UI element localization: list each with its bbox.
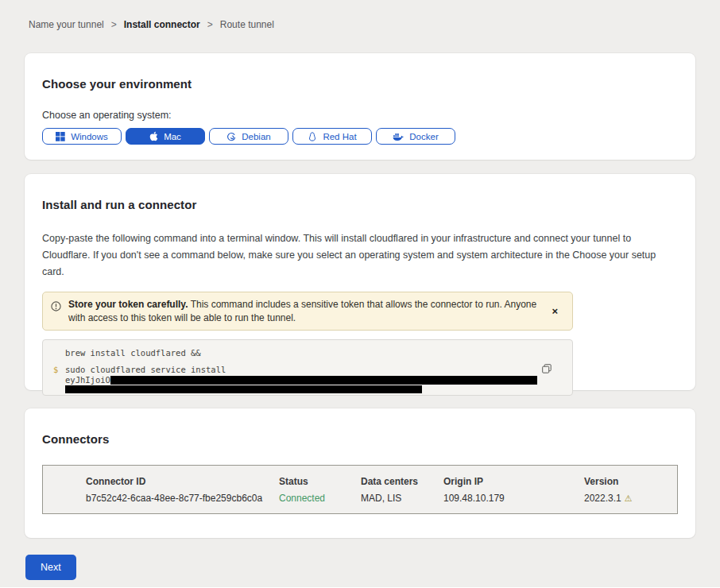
os-button-label: Windows — [71, 132, 108, 141]
breadcrumb-name-your-tunnel[interactable]: Name your tunnel — [29, 19, 104, 30]
alert-circle-icon — [51, 300, 61, 315]
column-version: Version — [584, 476, 677, 487]
token-warning-bold: Store your token carefully. — [68, 299, 188, 310]
os-button-label: Red Hat — [323, 132, 356, 141]
environment-card: Choose your environment Choose an operat… — [25, 53, 695, 160]
redacted-token-bar — [110, 376, 537, 385]
connector-id-value: b7c52c42-6caa-48ee-8c77-fbe259cb6c0a — [86, 493, 279, 504]
column-origin-ip: Origin IP — [443, 476, 584, 487]
connectors-card-title: Connectors — [42, 432, 678, 446]
column-data-centers: Data centers — [361, 476, 443, 487]
shell-prompt: $ — [53, 365, 65, 375]
breadcrumb-separator: > — [111, 19, 117, 30]
breadcrumb-separator: > — [207, 19, 213, 30]
connectors-table: Connector ID Status Data centers Origin … — [42, 465, 678, 514]
os-button-label: Mac — [164, 132, 181, 141]
install-command-codeblock: brew install cloudflared && $ sudo cloud… — [42, 339, 573, 396]
apple-icon — [149, 131, 158, 141]
install-card-title: Install and run a connector — [42, 198, 678, 211]
os-button-label: Docker — [409, 132, 438, 141]
close-icon[interactable]: × — [545, 301, 564, 321]
docker-whale-icon — [393, 132, 404, 141]
os-select-label: Choose an operating system: — [42, 110, 678, 121]
os-button-redhat[interactable]: Red Hat — [292, 128, 372, 145]
os-button-group: Windows Mac Debian Red Hat Docker — [42, 128, 678, 145]
install-connector-card: Install and run a connector Copy-paste t… — [25, 174, 695, 390]
tux-penguin-icon — [308, 132, 317, 141]
breadcrumb-route-tunnel[interactable]: Route tunnel — [220, 19, 274, 30]
redacted-token-bar — [65, 385, 422, 393]
next-button[interactable]: Next — [25, 555, 76, 580]
os-button-debian[interactable]: Debian — [209, 128, 288, 145]
table-row: b7c52c42-6caa-48ee-8c77-fbe259cb6c0a Con… — [86, 493, 677, 504]
os-button-mac[interactable]: Mac — [126, 128, 205, 145]
code-line-1: brew install cloudflared && — [65, 348, 201, 358]
column-status: Status — [279, 476, 361, 487]
data-centers-value: MAD, LIS — [361, 493, 443, 504]
debian-swirl-icon — [226, 132, 236, 141]
token-warning-banner: Store your token carefully. This command… — [42, 292, 573, 331]
gutter-blank — [53, 348, 65, 358]
windows-icon — [56, 132, 65, 141]
connectors-table-header: Connector ID Status Data centers Origin … — [86, 476, 677, 487]
status-badge: Connected — [279, 493, 361, 504]
os-button-docker[interactable]: Docker — [376, 128, 455, 145]
os-button-windows[interactable]: Windows — [42, 128, 122, 145]
token-prefix: eyJhIjoiO — [65, 375, 110, 385]
copy-icon[interactable] — [540, 362, 553, 377]
connectors-card: Connectors Connector ID Status Data cent… — [25, 408, 695, 538]
environment-card-title: Choose your environment — [42, 77, 678, 91]
origin-ip-value: 109.48.10.179 — [443, 493, 584, 504]
install-card-description: Copy-paste the following command into a … — [42, 230, 674, 280]
token-warning-text: Store your token carefully. This command… — [68, 298, 538, 324]
breadcrumb: Name your tunnel>Install connector>Route… — [0, 0, 720, 30]
version-value: 2022.3.1⚠ — [584, 493, 677, 504]
os-button-label: Debian — [242, 132, 270, 141]
code-line-2: sudo cloudflared service install — [65, 365, 226, 375]
breadcrumb-install-connector[interactable]: Install connector — [124, 19, 200, 30]
column-connector-id: Connector ID — [86, 476, 279, 487]
warning-triangle-icon: ⚠ — [625, 493, 633, 503]
